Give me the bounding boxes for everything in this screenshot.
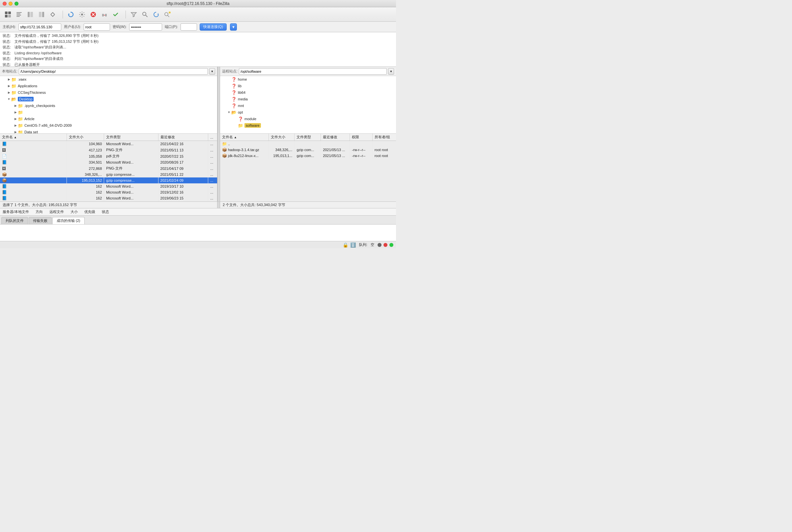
settings-button[interactable] — [77, 9, 87, 20]
quick-connect-dropdown[interactable]: ▼ — [230, 23, 237, 31]
toggle-log-button[interactable] — [14, 9, 24, 20]
table-row[interactable]: 📦jdk-8u212-linux-x... 195,013,1... gzip … — [220, 153, 396, 159]
file-type: pdf-文件 — [104, 153, 158, 159]
port-input[interactable] — [181, 23, 197, 31]
user-input[interactable] — [84, 23, 110, 31]
table-row[interactable]: 🖼 417,123 PNG-文件 2021/05/11 13 ... — [0, 147, 217, 153]
local-tree-item-ccseg[interactable]: ▶ 📁 CCSegThickness — [0, 89, 217, 96]
remote-tree-item-media[interactable]: ❓ media — [220, 96, 396, 102]
apply-button[interactable] — [110, 9, 121, 20]
table-row[interactable]: 📘 334,501 Microsoft Word... 2020/08/26 1… — [0, 159, 217, 165]
remote-col-owner[interactable]: 所有者/组 — [372, 134, 396, 141]
local-col-more[interactable]: ... — [208, 134, 217, 141]
file-more: ... — [208, 177, 217, 183]
search-button[interactable] — [140, 9, 150, 20]
table-row[interactable]: 📦 195,013,152 gzip compresse... 2021/02/… — [0, 177, 217, 183]
pane-divider[interactable] — [218, 67, 220, 202]
tab-failed[interactable]: 传输失败 — [29, 217, 52, 224]
host-label: 主机(H): — [3, 24, 16, 29]
remote-path-dropdown[interactable]: ▼ — [388, 68, 394, 75]
local-path-dropdown[interactable]: ▼ — [209, 68, 215, 75]
file-modified: 2019/06/23 15 — [158, 195, 208, 201]
file-size: 162 — [67, 195, 104, 201]
question-icon: ❓ — [231, 90, 237, 95]
toggle-remote-tree-button[interactable] — [36, 9, 47, 20]
table-row[interactable]: 📦hadoop-3.1.4.tar.gz 348,326,... gzip co… — [220, 147, 396, 153]
remote-col-size[interactable]: 文件大小 — [269, 134, 295, 141]
remote-col-perms[interactable]: 权限 — [350, 134, 372, 141]
table-row[interactable]: 📁.. — [220, 141, 396, 147]
table-row[interactable]: 🖼 272,868 PNG-文件 2021/04/17 09 ... — [0, 165, 217, 172]
local-tree-item-unnamed[interactable]: ▶ 📁 — [0, 109, 217, 116]
table-row[interactable]: 📘 162 Microsoft Word... 2019/12/02 16 ..… — [0, 189, 217, 195]
toolbar-sep-2 — [126, 11, 126, 18]
file-perms: -rw-r--r-- — [350, 153, 372, 159]
question-icon: ❓ — [238, 116, 243, 121]
close-button[interactable] — [3, 2, 6, 5]
tab-success[interactable]: 成功的传输 (2) — [52, 217, 85, 224]
svg-rect-18 — [105, 14, 107, 17]
svg-rect-11 — [42, 12, 44, 17]
tab-queued[interactable]: 列队的文件 — [1, 217, 28, 224]
filter-button[interactable] — [128, 9, 139, 20]
remote-tree-item-software[interactable]: 📁 software — [220, 122, 396, 129]
minimize-button[interactable] — [8, 2, 13, 5]
local-col-type[interactable]: 文件类型 — [104, 134, 158, 141]
file-type: gzip com... — [295, 153, 321, 159]
svg-rect-6 — [17, 15, 21, 16]
file-modified: 2019/10/17 10 — [158, 183, 208, 189]
user-label: 用户名(U): — [64, 24, 81, 29]
table-row[interactable]: 📘 104,960 Microsoft Word... 2021/04/22 1… — [0, 141, 217, 147]
local-col-name[interactable]: 文件名 ▲ — [0, 134, 67, 141]
local-tree-item-vaex[interactable]: ▶ 📁 .vaex — [0, 76, 217, 83]
local-path-bar: 本地站点: ▼ — [0, 67, 217, 76]
queue-tabs: 列队的文件 传输失败 成功的传输 (2) — [0, 216, 396, 225]
remote-tree-item-module[interactable]: ❓ module — [220, 116, 396, 122]
reconnect-button[interactable] — [66, 9, 76, 20]
local-tree-item-dataset[interactable]: ▶ 📁 Data set — [0, 129, 217, 134]
remote-col-type[interactable]: 文件类型 — [295, 134, 321, 141]
remote-col-name[interactable]: 文件名 ▲ — [220, 134, 269, 141]
host-input[interactable] — [18, 23, 61, 31]
remote-tree-item-lib64[interactable]: ❓ lib64 — [220, 89, 396, 96]
file-type: Microsoft Word... — [104, 189, 158, 195]
site-manager-button[interactable] — [3, 9, 13, 20]
remote-tree-item-mnt[interactable]: ❓ mnt — [220, 102, 396, 109]
file-name: 📦 — [0, 172, 67, 177]
toggle-local-tree-button[interactable] — [25, 9, 36, 20]
remote-tree-item-home[interactable]: ❓ home — [220, 76, 396, 83]
maximize-button[interactable] — [15, 2, 18, 5]
remote-tree-item-lib[interactable]: ❓ lib — [220, 83, 396, 89]
table-row[interactable]: 📦 348,326,... gzip compresse... 2021/05/… — [0, 172, 217, 177]
sync-browse-button[interactable] — [48, 9, 58, 20]
local-tree-item-ipynb[interactable]: ▶ 📁 .ipynb_checkpoints — [0, 102, 217, 109]
table-row[interactable]: 📘 162 Microsoft Word... 2019/10/17 10 ..… — [0, 183, 217, 189]
question-icon: ❓ — [231, 97, 237, 102]
cancel-button[interactable] — [88, 9, 98, 20]
local-tree-item-article[interactable]: ▶ 📁 Article — [0, 116, 217, 122]
local-tree-item-centos[interactable]: ▶ 📁 CentOS-7-x86_64-DVD-2009 — [0, 122, 217, 129]
table-row[interactable]: 📄 105,058 pdf-文件 2020/07/22 15 ... — [0, 153, 217, 159]
svg-rect-3 — [8, 15, 11, 17]
remote-tree[interactable]: ❓ home ❓ lib ❓ lib64 ❓ media ❓ mnt — [220, 76, 396, 134]
local-tree-item-applications[interactable]: ▶ 📁 Applications — [0, 83, 217, 89]
folder-icon: 📁 — [11, 83, 17, 89]
file-modified — [321, 141, 350, 147]
refresh-dir-button[interactable] — [151, 9, 162, 20]
local-path-input[interactable] — [19, 68, 208, 75]
remote-path-input[interactable] — [239, 68, 387, 75]
local-tree[interactable]: ▶ 📁 .vaex ▶ 📁 Applications ▶ 📁 CCSegThic… — [0, 76, 217, 134]
local-col-size[interactable]: 文件大小 — [67, 134, 104, 141]
remote-col-modified[interactable]: 最近修改 — [321, 134, 350, 141]
remote-section: 远程站点: ▼ ❓ home ❓ lib ❓ lib64 ❓ — [220, 67, 396, 202]
table-row[interactable]: 📘 162 Microsoft Word... 2019/06/23 15 ..… — [0, 195, 217, 201]
quick-connect-button[interactable]: 快速连接(Q) — [200, 23, 227, 31]
disconnect-button[interactable] — [99, 9, 110, 20]
file-more: ... — [208, 195, 217, 201]
remote-tree-item-opt[interactable]: ▼ 📂 opt — [220, 109, 396, 116]
pass-input[interactable] — [129, 23, 162, 31]
local-tree-item-desktop[interactable]: ▼ 📂 Desktop — [0, 96, 217, 102]
table-row[interactable]: 📘 162 Microsoft Word... 2019/03/10 16 ..… — [0, 201, 217, 202]
local-col-modified[interactable]: 最近修改 — [158, 134, 208, 141]
find-files-button[interactable] — [162, 9, 173, 20]
